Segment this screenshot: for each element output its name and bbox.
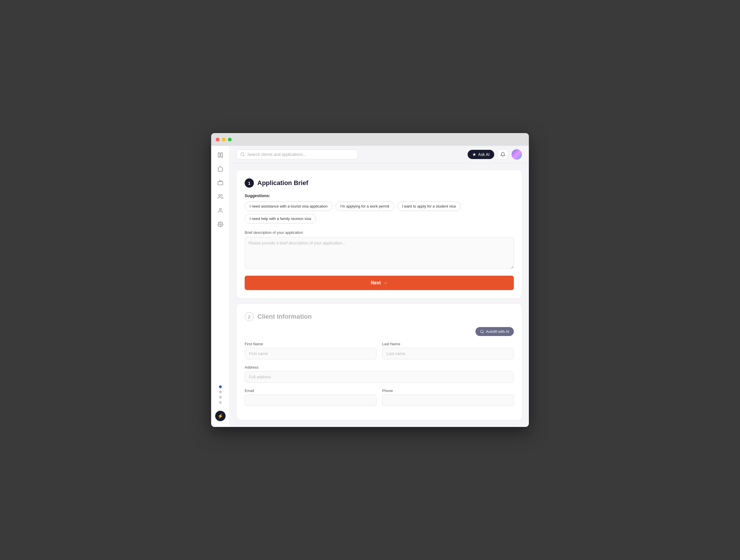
ask-ai-label: Ask AI	[478, 152, 489, 157]
content-area: 1 Application Brief Suggestions: I need …	[229, 163, 529, 427]
last-name-label: Last Name	[382, 342, 514, 346]
suggestion-chip-3[interactable]: I need help with a family reunion visa	[245, 214, 316, 223]
power-icon[interactable]: ⚡	[215, 411, 225, 421]
ask-ai-button[interactable]: Ask AI	[468, 150, 494, 159]
next-arrow: →	[383, 280, 388, 286]
email-group: Email	[245, 388, 376, 406]
sidebar-icon-users[interactable]	[214, 191, 226, 202]
svg-point-3	[219, 195, 221, 197]
sparkle-icon	[472, 152, 476, 156]
address-row: Address	[245, 365, 514, 383]
brief-section-header: 1 Application Brief	[245, 179, 514, 188]
client-section-header: 2 Client Information	[245, 312, 514, 321]
svg-point-7	[481, 330, 483, 333]
search-input[interactable]	[247, 152, 354, 157]
first-name-group: First Name	[245, 342, 376, 359]
first-name-input[interactable]	[245, 348, 376, 359]
step-indicator	[219, 385, 222, 404]
phone-label: Phone	[382, 388, 514, 393]
autofill-label: Autofill with AI	[486, 329, 509, 334]
step-dot-3	[219, 396, 222, 399]
user-avatar[interactable]	[512, 149, 522, 159]
svg-rect-2	[218, 182, 223, 185]
client-step-number: 2	[245, 312, 254, 321]
client-information-card: 2 Client Information Autofill with AI	[237, 304, 522, 420]
brief-step-number: 1	[245, 179, 254, 188]
email-input[interactable]	[245, 395, 376, 406]
client-title: Client Information	[257, 313, 312, 320]
search-bar[interactable]	[237, 149, 358, 159]
suggestions-label: Suggestions:	[245, 193, 514, 198]
email-label: Email	[245, 388, 376, 393]
description-label: Brief description of your application	[245, 230, 514, 235]
sidebar-icon-home[interactable]	[214, 163, 226, 175]
close-button[interactable]	[216, 138, 219, 141]
svg-point-6	[241, 153, 244, 156]
main-content: Ask AI 1 Application Brief	[229, 146, 529, 427]
phone-group: Phone	[382, 388, 514, 406]
address-input[interactable]	[245, 371, 514, 383]
titlebar	[211, 133, 529, 146]
last-name-input[interactable]	[382, 348, 514, 359]
minimize-button[interactable]	[222, 138, 225, 141]
description-textarea[interactable]	[245, 237, 514, 269]
sidebar-icon-person[interactable]	[214, 205, 226, 216]
step-dot-4	[219, 401, 222, 404]
header-actions: Ask AI	[468, 149, 522, 159]
search-icon	[240, 152, 245, 157]
next-label: Next	[371, 280, 381, 286]
next-button[interactable]: Next →	[245, 276, 514, 290]
suggestions-row: I need assistance with a tourist visa ap…	[245, 202, 514, 223]
bell-icon	[500, 152, 505, 157]
svg-rect-0	[218, 153, 220, 157]
address-group: Address	[245, 365, 514, 383]
svg-point-4	[219, 208, 221, 210]
svg-point-5	[219, 224, 221, 225]
application-brief-card: 1 Application Brief Suggestions: I need …	[237, 170, 522, 298]
first-name-label: First Name	[245, 342, 376, 346]
sidebar-icon-panel[interactable]	[214, 149, 226, 161]
autofill-button[interactable]: Autofill with AI	[475, 327, 514, 336]
step-dot-2	[219, 390, 222, 394]
brief-title: Application Brief	[257, 179, 308, 187]
sidebar-icon-briefcase[interactable]	[214, 177, 226, 189]
suggestion-chip-2[interactable]: I want to apply for a student visa	[397, 202, 461, 211]
suggestion-chip-1[interactable]: I'm applying for a work permit	[335, 202, 394, 211]
svg-rect-1	[221, 153, 222, 157]
sidebar-icon-settings[interactable]	[214, 219, 226, 230]
last-name-group: Last Name	[382, 342, 514, 359]
phone-input[interactable]	[382, 395, 514, 406]
app-window: ⚡ Ask AI	[211, 133, 529, 427]
maximize-button[interactable]	[228, 138, 232, 141]
app-body: ⚡ Ask AI	[211, 146, 529, 427]
contact-row: Email Phone	[245, 388, 514, 406]
address-label: Address	[245, 365, 514, 369]
autofill-search-icon	[480, 330, 484, 334]
notification-button[interactable]	[498, 149, 508, 159]
name-row: First Name Last Name	[245, 342, 514, 359]
step-dot-1	[219, 385, 222, 388]
header: Ask AI	[229, 146, 529, 163]
autofill-row: Autofill with AI	[245, 327, 514, 336]
sidebar: ⚡	[211, 146, 229, 427]
suggestion-chip-0[interactable]: I need assistance with a tourist visa ap…	[245, 202, 333, 211]
